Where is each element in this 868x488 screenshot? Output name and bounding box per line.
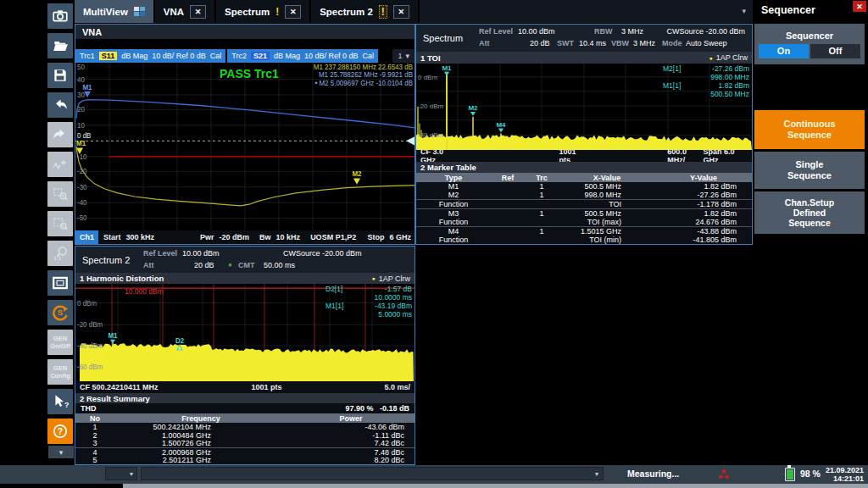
vna-marker-m1-yellow-label: M1 xyxy=(76,140,86,147)
tab-spectrum2-close-icon[interactable]: ✕ xyxy=(393,5,409,19)
svg-text:20: 20 xyxy=(77,106,85,114)
tab-multiview[interactable]: MultiView xyxy=(75,0,155,23)
harmonic-per-division: 5.0 ms/ xyxy=(384,383,410,391)
zoom-trace-icon[interactable] xyxy=(47,152,73,177)
svg-text:30: 30 xyxy=(77,92,85,99)
sequencer-onoff-softkey[interactable]: Sequencer On Off xyxy=(754,24,865,64)
trace-color-icon: ● xyxy=(709,55,712,61)
trc2-format: dB Mag xyxy=(274,52,300,60)
vna-start-label: Start xyxy=(103,233,121,241)
toi-marker-m1-icon xyxy=(444,72,449,76)
open-file-icon[interactable] xyxy=(47,33,73,58)
help-icon[interactable]: ? xyxy=(47,419,73,444)
tab-spectrum2-label: Spectrum 2 xyxy=(320,7,373,17)
sequencer-icon[interactable]: S xyxy=(47,300,73,325)
tab-spectrum2[interactable]: Spectrum 2 ! ✕ xyxy=(311,0,420,23)
harmonic-graph: 10.000 dBm 0 dBm -20 dBm -40 dBm -60 dBm… xyxy=(75,284,415,381)
rbw-label: RBW xyxy=(594,27,613,36)
svg-text:-40 dBm: -40 dBm xyxy=(77,342,103,350)
svg-text:40: 40 xyxy=(77,75,85,83)
zoom-1to1-icon[interactable]: 1:1 xyxy=(47,241,73,266)
tab-spectrum-label: Spectrum xyxy=(225,7,270,17)
vna-channel-badge[interactable]: Ch1 xyxy=(75,230,98,244)
toi-window-title[interactable]: 1 TOI ● 1AP Clrw xyxy=(416,52,752,64)
result-table-row: 42.000968 GHz7.48 dBc xyxy=(75,447,415,457)
toi-marker-m1-label: M1 xyxy=(442,64,452,72)
vna-window-number: 1 xyxy=(398,52,402,60)
spectrum2-panel: Spectrum 2 Ref Level 10.00 dBm CWSource … xyxy=(75,246,415,465)
continuous-sequence-button[interactable]: Continuous Sequence xyxy=(754,110,865,149)
collapse-toolbar-button[interactable]: ▾ xyxy=(48,446,74,458)
marker-table-window-title[interactable]: 2 Marker Table xyxy=(416,162,752,173)
vbw-label: VBW xyxy=(611,39,629,47)
message-log-dropdown[interactable]: ▾ xyxy=(141,467,604,480)
vna-panel-title[interactable]: VNA xyxy=(75,25,415,39)
svg-text:-20 dBm: -20 dBm xyxy=(418,103,444,110)
trc2-scale: 10 dB/ Ref 0 dB xyxy=(304,52,359,60)
screenshot-icon[interactable] xyxy=(47,3,73,29)
toi-trace-info: ● 1AP Clrw xyxy=(709,53,748,62)
result-summary-label: 2 Result Summary xyxy=(80,394,150,403)
vna-marker-m1-blue-label: M1 xyxy=(82,84,92,92)
vna-pwr-label: Pwr xyxy=(200,233,214,241)
chan-setup-defined-sequence-button[interactable]: Chan.Setup Defined Sequence xyxy=(754,191,865,234)
tab-vna-close-icon[interactable]: ✕ xyxy=(190,5,206,19)
vna-window-selector[interactable]: 1 ▾ xyxy=(392,49,415,63)
tab-list-dropdown-icon[interactable]: ▾ xyxy=(742,7,746,15)
thd-percent: 97.90 % xyxy=(345,404,373,413)
zoom-select-icon[interactable] xyxy=(47,211,73,236)
harmonic-marker-m1-label: M1 xyxy=(108,332,118,340)
vna-marker-m2-label: M2 xyxy=(352,170,362,178)
gen-config-button[interactable]: GEN Config xyxy=(47,359,73,385)
system-messages-error-icon[interactable] xyxy=(717,469,731,480)
sequencer-toggle: On Off xyxy=(759,44,860,58)
tab-spectrum-warning-icon: ! xyxy=(275,6,279,18)
measuring-status: Measuring... xyxy=(627,469,679,479)
vna-bw-value: 10 kHz xyxy=(276,233,301,241)
status-dropdown[interactable]: ▾ xyxy=(105,467,137,480)
harmonic-window-title[interactable]: 1 Harmonic Distortion ● 1AP Clrw xyxy=(75,273,415,284)
gen-onoff-button[interactable]: GEN On/Off xyxy=(47,330,73,355)
vna-trace2-settings[interactable]: Trc2 S21 dB Mag 10 dB/ Ref 0 dB Cal xyxy=(227,49,378,63)
undo-icon[interactable] xyxy=(47,92,73,118)
redo-icon[interactable] xyxy=(47,122,73,147)
chevron-down-icon: ▾ xyxy=(405,52,409,60)
single-sequence-button[interactable]: Single Sequence xyxy=(754,152,865,189)
vna-trace1-settings[interactable]: Trc1 S11 dB Mag 10 dB/ Ref 0 dB Cal xyxy=(75,49,225,63)
svg-text:1:1: 1:1 xyxy=(53,255,61,261)
left-toolbar: 1:1 S GEN On/Off GEN Config ? ? ▾ xyxy=(0,0,75,465)
svg-text:-30: -30 xyxy=(77,184,87,191)
vna-stop-value: 6 GHz xyxy=(389,233,415,241)
svg-text:0 dB: 0 dB xyxy=(77,132,91,140)
spectrum2-header[interactable]: Spectrum 2 Ref Level 10.00 dBm CWSource … xyxy=(75,247,415,273)
chevron-down-icon: ▾ xyxy=(595,470,598,478)
result-table-row: 21.000484 GHz-1.11 dBc xyxy=(75,431,415,440)
tab-spectrum[interactable]: Spectrum ! ✕ xyxy=(216,0,311,23)
spectrum-header[interactable]: Spectrum Ref Level 10.00 dBm RBW 3 MHz C… xyxy=(416,25,752,52)
tab-spectrum-close-icon[interactable]: ✕ xyxy=(285,5,301,19)
sequencer-off-button[interactable]: Off xyxy=(810,44,860,58)
display-frame-icon[interactable] xyxy=(47,270,73,296)
cmt-label: CMT xyxy=(238,261,255,269)
svg-text:-10: -10 xyxy=(77,153,87,161)
chevron-down-icon: ▾ xyxy=(130,470,133,478)
save-icon[interactable] xyxy=(47,63,73,88)
tab-vna[interactable]: VNA ✕ xyxy=(155,0,216,23)
cw-source-value: CWSource -20.00 dBm xyxy=(283,249,362,258)
result-summary-window-title[interactable]: 2 Result Summary xyxy=(75,393,415,403)
rbw-value: 3 MHz xyxy=(621,27,643,36)
datetime[interactable]: 21.09.2021 14:21:01 xyxy=(826,466,864,483)
svg-text:-20: -20 xyxy=(77,168,87,175)
zoom-area-icon[interactable] xyxy=(47,181,73,207)
trc1-parameter: S11 xyxy=(99,52,118,60)
context-help-icon[interactable]: ? xyxy=(47,389,73,414)
vna-marker-m2-icon xyxy=(353,178,360,184)
marker-table-header: TypeRef TrcX-Value Y-Value xyxy=(416,173,752,182)
vna-panel: VNA Trc1 S11 dB Mag 10 dB/ Ref 0 dB Cal … xyxy=(75,24,415,245)
close-icon[interactable]: ✕ xyxy=(853,1,866,12)
att-value: 20 dB xyxy=(530,39,550,47)
trc2-name: Trc2 xyxy=(231,52,247,60)
sequencer-on-button[interactable]: On xyxy=(759,44,809,58)
tab-multiview-label: MultiView xyxy=(83,7,128,17)
screen: { "icons": {"chevron_down": "▾", "close"… xyxy=(0,0,868,488)
